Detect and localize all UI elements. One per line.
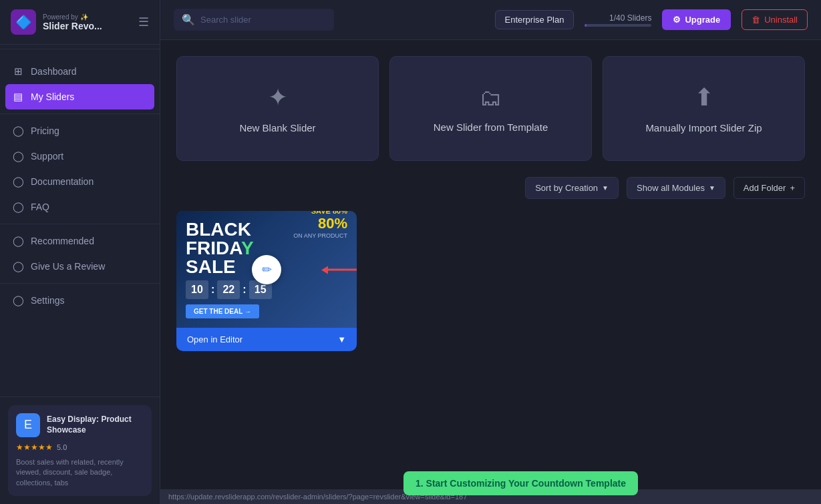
import-label: Manually Import Slider Zip xyxy=(645,122,762,134)
upgrade-button[interactable]: ⚙ Upgrade xyxy=(662,9,731,30)
dashboard-icon: ⊞ xyxy=(12,65,24,77)
recommended-icon: ◯ xyxy=(12,235,24,247)
sidebar-item-pricing[interactable]: ◯ Pricing xyxy=(0,118,160,144)
new-template-slider-card[interactable]: 🗂 New Slider from Template xyxy=(389,56,592,161)
sidebar-logo: 🔷 Powered by ✨ Slider Revo... ☰ xyxy=(0,0,160,45)
bf-deal-button: GET THE DEAL → xyxy=(186,304,259,318)
sidebar-item-recommended[interactable]: ◯ Recommended xyxy=(0,228,160,254)
app-logo-icon: 🔷 xyxy=(11,9,36,35)
easy-display-stars: ★★★★★5.0 xyxy=(16,443,144,452)
sidebar-divider-bottom xyxy=(0,224,160,224)
easy-display-title: Easy Display: Product Showcase xyxy=(47,415,144,435)
sidebar-item-dashboard[interactable]: ⊞ Dashboard xyxy=(0,59,160,84)
logo-text: Powered by ✨ Slider Revo... xyxy=(43,13,102,31)
pricing-icon: ◯ xyxy=(12,125,24,137)
slider-count-text: 1/40 Sliders xyxy=(609,13,651,23)
review-icon: ◯ xyxy=(12,260,24,272)
tooltip-bubble: 1. Start Customizing Your Countdown Temp… xyxy=(403,471,638,495)
settings-icon: ◯ xyxy=(12,294,24,306)
topbar: 🔍 Enterprise Plan 1/40 Sliders ⚙ Upgrade… xyxy=(160,0,821,40)
trash-icon: 🗑 xyxy=(752,15,760,25)
arrow-indicator xyxy=(327,268,357,270)
main-content: 🔍 Enterprise Plan 1/40 Sliders ⚙ Upgrade… xyxy=(160,0,821,504)
search-icon: 🔍 xyxy=(182,13,195,26)
new-template-icon: 🗂 xyxy=(480,85,502,111)
bf-title: BLACKFRIDAYSALE xyxy=(186,220,254,276)
sort-chevron-icon: ▼ xyxy=(602,184,609,192)
content-area: ✦ New Blank Slider 🗂 New Slider from Tem… xyxy=(160,40,821,504)
open-editor-bar[interactable]: Open in Editor ▼ xyxy=(176,328,357,351)
sidebar-item-label: FAQ xyxy=(31,202,49,212)
new-blank-icon: ✦ xyxy=(268,83,288,111)
action-cards: ✦ New Blank Slider 🗂 New Slider from Tem… xyxy=(176,56,805,161)
timer-minutes: 22 xyxy=(217,280,240,299)
new-template-label: New Slider from Template xyxy=(434,121,548,133)
sidebar-item-my-sliders[interactable]: ▤ My Sliders xyxy=(5,84,154,109)
sliders-grid: BLACKFRIDAYSALE SAVE 80% 80% ON ANY PROD… xyxy=(176,211,805,351)
easy-display-description: Boost sales with related, recently viewe… xyxy=(16,457,144,488)
add-folder-button[interactable]: Add Folder + xyxy=(733,177,805,199)
sidebar-divider-mid xyxy=(0,113,160,114)
sidebar-bottom: E Easy Display: Product Showcase ★★★★★5.… xyxy=(0,397,160,504)
sidebar-item-label: Pricing xyxy=(31,125,59,136)
uninstall-button[interactable]: 🗑 Uninstall xyxy=(742,9,808,30)
open-editor-chevron-icon: ▼ xyxy=(337,334,346,344)
sidebar-item-label: Dashboard xyxy=(31,66,77,77)
open-editor-label: Open in Editor xyxy=(187,334,242,344)
sidebar-nav: ⊞ Dashboard ▤ My Sliders ◯ Pricing ◯ Sup… xyxy=(0,53,160,397)
edit-pencil-button[interactable]: ✏ xyxy=(252,255,281,284)
sidebar-item-documentation[interactable]: ◯ Documentation xyxy=(0,169,160,194)
slider-card: BLACKFRIDAYSALE SAVE 80% 80% ON ANY PROD… xyxy=(176,211,357,351)
sidebar-item-label: Give Us a Review xyxy=(31,261,105,272)
sidebar-item-label: Recommended xyxy=(31,236,94,246)
powered-by-label: Powered by ✨ xyxy=(43,13,102,21)
new-blank-slider-card[interactable]: ✦ New Blank Slider xyxy=(176,56,379,161)
sort-label: Sort by Creation xyxy=(535,183,598,193)
slider-count: 1/40 Sliders xyxy=(585,13,651,27)
timer-hours: 10 xyxy=(186,280,208,299)
bf-on-label: ON ANY PRODUCT xyxy=(293,232,347,239)
plus-icon: + xyxy=(790,183,795,193)
documentation-icon: ◯ xyxy=(12,176,24,188)
sidebar-item-give-review[interactable]: ◯ Give Us a Review xyxy=(0,254,160,279)
my-sliders-icon: ▤ xyxy=(12,91,24,103)
sidebar-item-support[interactable]: ◯ Support xyxy=(0,144,160,169)
plan-badge: Enterprise Plan xyxy=(495,10,574,29)
show-all-modules-button[interactable]: Show all Modules ▼ xyxy=(627,177,725,199)
sidebar-item-label: My Sliders xyxy=(31,91,74,102)
sidebar-divider-top xyxy=(0,49,160,49)
new-blank-label: New Blank Slider xyxy=(239,122,315,134)
sidebar-item-label: Support xyxy=(31,151,63,162)
bf-save-pct: 80% xyxy=(293,215,347,232)
sidebar-item-faq[interactable]: ◯ FAQ xyxy=(0,194,160,220)
folder-label: Add Folder xyxy=(744,183,786,193)
sidebar-item-label: Settings xyxy=(31,295,65,306)
search-box[interactable]: 🔍 xyxy=(174,9,334,31)
upgrade-icon: ⚙ xyxy=(673,15,681,25)
easy-display-icon: E xyxy=(16,413,40,437)
sidebar: 🔷 Powered by ✨ Slider Revo... ☰ ⊞ Dashbo… xyxy=(0,0,160,504)
faq-icon: ◯ xyxy=(12,201,24,213)
sidebar-item-label: Documentation xyxy=(31,176,94,187)
easy-display-top: E Easy Display: Product Showcase xyxy=(16,413,144,437)
slider-count-bar xyxy=(585,24,651,27)
easy-display-card[interactable]: E Easy Display: Product Showcase ★★★★★5.… xyxy=(8,405,152,496)
import-icon: ⬆ xyxy=(694,83,714,111)
sort-by-creation-button[interactable]: Sort by Creation ▼ xyxy=(525,177,619,199)
sidebar-item-settings[interactable]: ◯ Settings xyxy=(0,288,160,313)
modules-label: Show all Modules xyxy=(637,183,705,193)
hamburger-icon[interactable]: ☰ xyxy=(138,15,149,29)
app-name: Slider Revo... xyxy=(43,21,102,31)
modules-chevron-icon: ▼ xyxy=(709,184,715,192)
slider-count-fill xyxy=(585,24,587,27)
sidebar-divider-settings xyxy=(0,283,160,284)
slider-thumbnail: BLACKFRIDAYSALE SAVE 80% 80% ON ANY PROD… xyxy=(176,211,357,328)
slider-toolbar: Sort by Creation ▼ Show all Modules ▼ Ad… xyxy=(176,177,805,199)
import-zip-card[interactable]: ⬆ Manually Import Slider Zip xyxy=(603,56,805,161)
search-input[interactable] xyxy=(200,15,326,25)
support-icon: ◯ xyxy=(12,150,24,162)
